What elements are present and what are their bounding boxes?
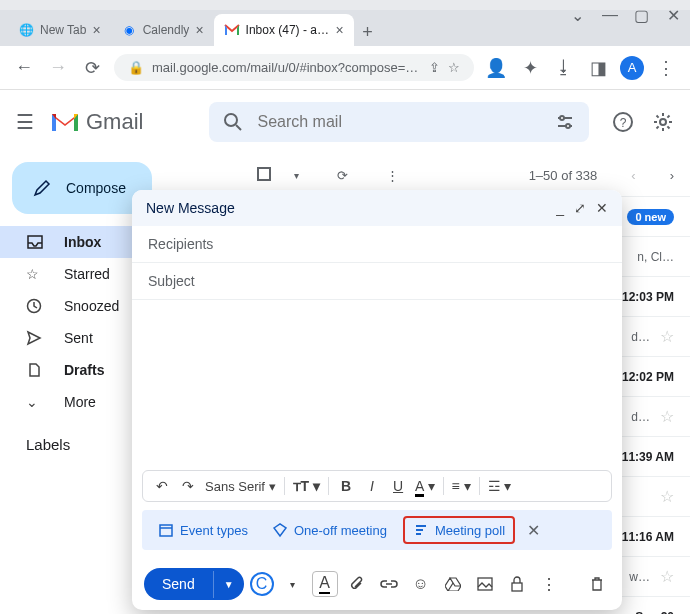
account-icon[interactable]: 👤	[484, 57, 508, 79]
star-icon[interactable]: ☆	[660, 407, 674, 426]
back-button[interactable]: ←	[12, 57, 36, 78]
url-text: mail.google.com/mail/u/0/#inbox?compose=…	[152, 60, 421, 75]
window-controls: ⌄ — ▢ ✕	[570, 6, 680, 25]
compose-button[interactable]: Compose	[12, 162, 152, 214]
browser-toolbar: ← → ⟳ 🔒 mail.google.com/mail/u/0/#inbox?…	[0, 46, 690, 90]
undo-icon[interactable]: ↶	[153, 478, 171, 494]
link-icon[interactable]	[376, 571, 402, 597]
sidebar-item-label: More	[64, 394, 96, 410]
calendly-meeting-poll[interactable]: Meeting poll	[403, 516, 515, 544]
align-icon[interactable]: ≡ ▾	[452, 478, 471, 494]
more-options-icon[interactable]: ⋮	[536, 571, 562, 597]
star-icon: ☆	[26, 266, 46, 282]
calendly-one-off[interactable]: One-off meeting	[264, 518, 395, 542]
fullscreen-compose-icon[interactable]: ⤢	[574, 200, 586, 216]
close-window-icon[interactable]: ✕	[666, 6, 680, 25]
svg-rect-18	[512, 583, 522, 591]
tab-title: Calendly	[143, 23, 190, 37]
browser-tab-newtab[interactable]: 🌐 New Tab ×	[8, 14, 111, 46]
sidebar-item-label: Inbox	[64, 234, 101, 250]
tab-close-icon[interactable]: ×	[195, 22, 203, 38]
lock-icon: 🔒	[128, 60, 144, 75]
refresh-icon[interactable]: ⟳	[337, 168, 348, 183]
sidepanel-icon[interactable]: ◨	[586, 57, 610, 79]
search-icon[interactable]	[223, 112, 243, 132]
emoji-icon[interactable]: ☺	[408, 571, 434, 597]
confidential-icon[interactable]	[504, 571, 530, 597]
recipients-field[interactable]: Recipients	[132, 226, 622, 263]
bold-icon[interactable]: B	[337, 478, 355, 494]
redo-icon[interactable]: ↷	[179, 478, 197, 494]
main-menu-icon[interactable]: ☰	[16, 110, 34, 134]
poll-icon	[413, 522, 429, 538]
font-size-icon[interactable]: ᴛT ▾	[293, 478, 320, 494]
drive-icon[interactable]	[440, 571, 466, 597]
send-button[interactable]: Send ▼	[144, 568, 244, 600]
downloads-icon[interactable]: ⭳	[552, 57, 576, 78]
italic-icon[interactable]: I	[363, 478, 381, 494]
tab-close-icon[interactable]: ×	[335, 22, 343, 38]
extensions-icon[interactable]: ✦	[518, 57, 542, 79]
chevron-down-icon: ⌄	[26, 394, 46, 410]
star-icon[interactable]: ☆	[660, 567, 674, 586]
star-icon[interactable]: ☆	[660, 487, 674, 506]
search-bar[interactable]	[209, 102, 589, 142]
underline-icon[interactable]: U	[389, 478, 407, 494]
send-options-icon[interactable]: ▼	[213, 571, 244, 598]
gmail-header: ☰ Gmail ?	[0, 90, 690, 154]
next-page-icon[interactable]: ›	[670, 168, 674, 183]
gmail-logo[interactable]: Gmail	[50, 109, 143, 135]
forward-button[interactable]: →	[46, 57, 70, 78]
compose-label: Compose	[66, 180, 126, 196]
search-input[interactable]	[257, 113, 541, 131]
format-toggle-icon[interactable]: A	[312, 571, 338, 597]
select-dropdown-icon[interactable]: ▾	[294, 170, 299, 181]
settings-icon[interactable]	[652, 111, 674, 133]
gmail-wordmark: Gmail	[86, 109, 143, 135]
calendly-insert-icon[interactable]: C	[250, 572, 274, 596]
compose-window: New Message _ ⤢ ✕ Recipients Subject ↶ ↷…	[132, 190, 622, 610]
more-icon[interactable]: ⋮	[386, 168, 399, 183]
image-icon[interactable]	[472, 571, 498, 597]
compose-footer: Send ▼ C ▾ A ☺ ⋮	[132, 558, 622, 610]
calendly-event-types[interactable]: Event types	[150, 518, 256, 542]
mail-snippet: n, Cl…	[637, 250, 674, 264]
minimize-icon[interactable]: —	[602, 6, 616, 25]
address-bar[interactable]: 🔒 mail.google.com/mail/u/0/#inbox?compos…	[114, 54, 474, 81]
profile-avatar[interactable]: A	[620, 56, 644, 80]
attach-icon[interactable]	[344, 571, 370, 597]
compose-body[interactable]	[132, 300, 622, 470]
pencil-icon	[32, 178, 52, 198]
select-all-checkbox[interactable]	[256, 166, 274, 184]
caret-down-icon[interactable]: ⌄	[570, 6, 584, 25]
chrome-menu-icon[interactable]: ⋮	[654, 57, 678, 79]
list-icon[interactable]: ☲ ▾	[488, 478, 512, 494]
text-color-icon[interactable]: A ▾	[415, 478, 434, 494]
new-tab-button[interactable]: +	[354, 18, 382, 46]
reload-button[interactable]: ⟳	[80, 57, 104, 79]
support-icon[interactable]: ?	[612, 111, 634, 133]
subject-field[interactable]: Subject	[132, 263, 622, 300]
search-options-icon[interactable]	[555, 112, 575, 132]
share-icon[interactable]: ⇪	[429, 60, 440, 75]
mail-snippet: d…	[631, 410, 650, 424]
send-icon	[26, 330, 46, 346]
close-compose-icon[interactable]: ✕	[596, 200, 608, 216]
calendly-more-icon[interactable]: ▾	[280, 571, 306, 597]
gmail-m-icon	[50, 111, 80, 133]
discard-icon[interactable]	[584, 571, 610, 597]
format-toolbar: ↶ ↷ Sans Serif ▾ ᴛT ▾ B I U A ▾ ≡ ▾ ☲ ▾	[142, 470, 612, 502]
sidebar-item-label: Snoozed	[64, 298, 119, 314]
browser-tab-calendly[interactable]: ◉ Calendly ×	[111, 14, 214, 46]
star-icon[interactable]: ☆	[660, 327, 674, 346]
browser-tab-gmail[interactable]: Inbox (47) - an… ×	[214, 14, 354, 46]
star-icon[interactable]: ☆	[448, 60, 460, 75]
svg-point-8	[660, 119, 666, 125]
tab-close-icon[interactable]: ×	[92, 22, 100, 38]
minimize-compose-icon[interactable]: _	[556, 200, 564, 216]
compose-header[interactable]: New Message _ ⤢ ✕	[132, 190, 622, 226]
maximize-icon[interactable]: ▢	[634, 6, 648, 25]
calendly-close-icon[interactable]: ✕	[523, 521, 544, 540]
font-select[interactable]: Sans Serif ▾	[205, 479, 276, 494]
prev-page-icon[interactable]: ‹	[631, 168, 635, 183]
